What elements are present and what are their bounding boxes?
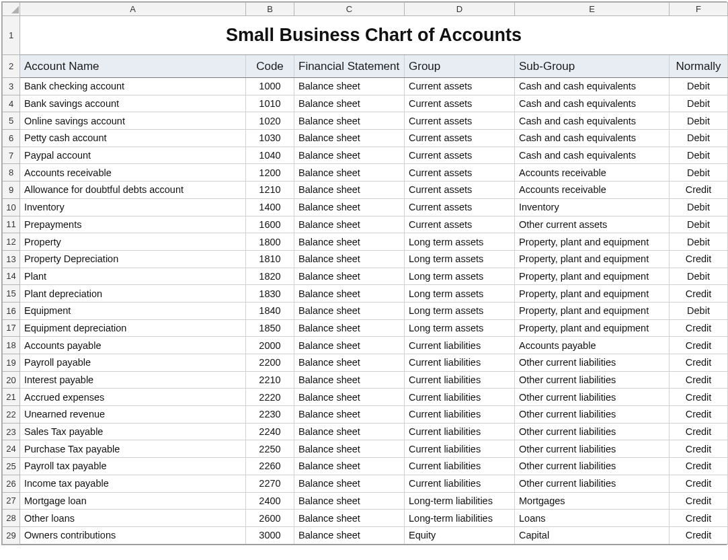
hdr-subgroup[interactable]: Sub-Group bbox=[515, 55, 670, 78]
row-header-17[interactable]: 17 bbox=[3, 319, 20, 337]
row-header-18[interactable]: 18 bbox=[3, 337, 20, 354]
cell-account-name[interactable]: Inventory bbox=[20, 198, 246, 216]
cell-statement[interactable]: Balance sheet bbox=[294, 112, 405, 130]
cell-group[interactable]: Equity bbox=[405, 526, 515, 544]
cell-code[interactable]: 2210 bbox=[246, 371, 294, 389]
hdr-code[interactable]: Code bbox=[246, 55, 294, 78]
cell-group[interactable]: Current liabilities bbox=[405, 371, 515, 389]
cell-subgroup[interactable]: Cash and cash equivalents bbox=[515, 147, 670, 164]
cell-code[interactable]: 1850 bbox=[246, 319, 294, 337]
row-header-25[interactable]: 25 bbox=[3, 458, 20, 475]
cell-statement[interactable]: Balance sheet bbox=[294, 285, 405, 303]
cell-subgroup[interactable]: Other current liabilities bbox=[515, 371, 670, 389]
cell-account-name[interactable]: Property bbox=[20, 233, 246, 251]
cell-group[interactable]: Current liabilities bbox=[405, 354, 515, 372]
cell-subgroup[interactable]: Other current liabilities bbox=[515, 440, 670, 458]
col-header-a[interactable]: A bbox=[20, 3, 246, 16]
cell-code[interactable]: 1030 bbox=[246, 130, 294, 147]
cell-code[interactable]: 2200 bbox=[246, 354, 294, 372]
cell-normal[interactable]: Credit bbox=[670, 285, 728, 303]
cell-statement[interactable]: Balance sheet bbox=[294, 510, 405, 527]
cell-account-name[interactable]: Payroll payable bbox=[20, 354, 246, 372]
cell-group[interactable]: Long term assets bbox=[405, 268, 515, 285]
cell-account-name[interactable]: Prepayments bbox=[20, 216, 246, 233]
cell-group[interactable]: Current liabilities bbox=[405, 475, 515, 492]
row-header-7[interactable]: 7 bbox=[3, 147, 20, 164]
cell-group[interactable]: Long term assets bbox=[405, 319, 515, 337]
cell-account-name[interactable]: Accrued expenses bbox=[20, 389, 246, 406]
cell-account-name[interactable]: Accounts payable bbox=[20, 337, 246, 354]
cell-statement[interactable]: Balance sheet bbox=[294, 198, 405, 216]
cell-statement[interactable]: Balance sheet bbox=[294, 492, 405, 510]
cell-code[interactable]: 1020 bbox=[246, 112, 294, 130]
cell-account-name[interactable]: Plant depreciation bbox=[20, 285, 246, 303]
cell-normal[interactable]: Credit bbox=[670, 319, 728, 337]
cell-normal[interactable]: Credit bbox=[670, 354, 728, 372]
cell-normal[interactable]: Debit bbox=[670, 164, 728, 182]
cell-account-name[interactable]: Income tax payable bbox=[20, 475, 246, 492]
cell-statement[interactable]: Balance sheet bbox=[294, 475, 405, 492]
cell-group[interactable]: Current assets bbox=[405, 95, 515, 112]
cell-statement[interactable]: Balance sheet bbox=[294, 216, 405, 233]
cell-group[interactable]: Long-term liabilities bbox=[405, 492, 515, 510]
cell-normal[interactable]: Credit bbox=[670, 423, 728, 440]
cell-account-name[interactable]: Purchase Tax payable bbox=[20, 440, 246, 458]
cell-subgroup[interactable]: Accounts receivable bbox=[515, 182, 670, 199]
cell-account-name[interactable]: Interest payable bbox=[20, 371, 246, 389]
row-header-8[interactable]: 8 bbox=[3, 164, 20, 182]
cell-subgroup[interactable]: Cash and cash equivalents bbox=[515, 95, 670, 112]
cell-subgroup[interactable]: Property, plant and equipment bbox=[515, 285, 670, 303]
cell-normal[interactable]: Credit bbox=[670, 510, 728, 527]
cell-account-name[interactable]: Unearned revenue bbox=[20, 406, 246, 424]
cell-subgroup[interactable]: Property, plant and equipment bbox=[515, 319, 670, 337]
cell-account-name[interactable]: Bank checking account bbox=[20, 78, 246, 95]
cell-subgroup[interactable]: Accounts payable bbox=[515, 337, 670, 354]
cell-statement[interactable]: Balance sheet bbox=[294, 440, 405, 458]
hdr-account-name[interactable]: Account Name bbox=[20, 55, 246, 78]
cell-normal[interactable]: Debit bbox=[670, 130, 728, 147]
cell-group[interactable]: Long term assets bbox=[405, 250, 515, 268]
cell-subgroup[interactable]: Other current liabilities bbox=[515, 458, 670, 475]
cell-subgroup[interactable]: Cash and cash equivalents bbox=[515, 130, 670, 147]
cell-normal[interactable]: Debit bbox=[670, 78, 728, 95]
cell-code[interactable]: 2270 bbox=[246, 475, 294, 492]
cell-group[interactable]: Long-term liabilities bbox=[405, 510, 515, 527]
cell-subgroup[interactable]: Capital bbox=[515, 526, 670, 544]
row-header-11[interactable]: 11 bbox=[3, 216, 20, 233]
cell-normal[interactable]: Debit bbox=[670, 112, 728, 130]
row-header-27[interactable]: 27 bbox=[3, 492, 20, 510]
row-header-24[interactable]: 24 bbox=[3, 440, 20, 458]
row-header-20[interactable]: 20 bbox=[3, 371, 20, 389]
cell-group[interactable]: Current assets bbox=[405, 130, 515, 147]
cell-group[interactable]: Current assets bbox=[405, 198, 515, 216]
cell-subgroup[interactable]: Other current liabilities bbox=[515, 389, 670, 406]
cell-statement[interactable]: Balance sheet bbox=[294, 337, 405, 354]
cell-code[interactable]: 1200 bbox=[246, 164, 294, 182]
row-header-12[interactable]: 12 bbox=[3, 233, 20, 251]
cell-statement[interactable]: Balance sheet bbox=[294, 250, 405, 268]
cell-statement[interactable]: Balance sheet bbox=[294, 147, 405, 164]
row-header-29[interactable]: 29 bbox=[3, 526, 20, 544]
row-header-9[interactable]: 9 bbox=[3, 182, 20, 199]
cell-statement[interactable]: Balance sheet bbox=[294, 233, 405, 251]
cell-code[interactable]: 1010 bbox=[246, 95, 294, 112]
cell-statement[interactable]: Balance sheet bbox=[294, 319, 405, 337]
cell-normal[interactable]: Credit bbox=[670, 526, 728, 544]
cell-statement[interactable]: Balance sheet bbox=[294, 302, 405, 319]
cell-code[interactable]: 2220 bbox=[246, 389, 294, 406]
cell-subgroup[interactable]: Accounts receivable bbox=[515, 164, 670, 182]
cell-subgroup[interactable]: Property, plant and equipment bbox=[515, 250, 670, 268]
row-header-26[interactable]: 26 bbox=[3, 475, 20, 492]
row-header-3[interactable]: 3 bbox=[3, 78, 20, 95]
cell-normal[interactable]: Credit bbox=[670, 475, 728, 492]
cell-subgroup[interactable]: Property, plant and equipment bbox=[515, 268, 670, 285]
cell-group[interactable]: Current assets bbox=[405, 216, 515, 233]
cell-code[interactable]: 1830 bbox=[246, 285, 294, 303]
cell-normal[interactable]: Credit bbox=[670, 182, 728, 199]
cell-statement[interactable]: Balance sheet bbox=[294, 406, 405, 424]
cell-normal[interactable]: Credit bbox=[670, 337, 728, 354]
cell-group[interactable]: Current liabilities bbox=[405, 337, 515, 354]
row-header-21[interactable]: 21 bbox=[3, 389, 20, 406]
cell-group[interactable]: Current assets bbox=[405, 112, 515, 130]
cell-code[interactable]: 2600 bbox=[246, 510, 294, 527]
